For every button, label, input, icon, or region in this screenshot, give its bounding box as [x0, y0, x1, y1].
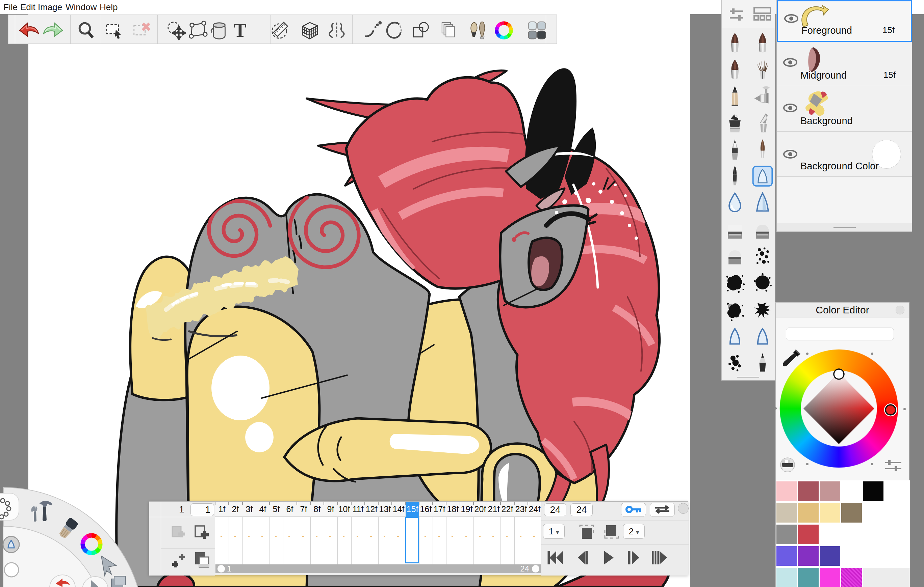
svg-text:T: T [234, 20, 246, 41]
